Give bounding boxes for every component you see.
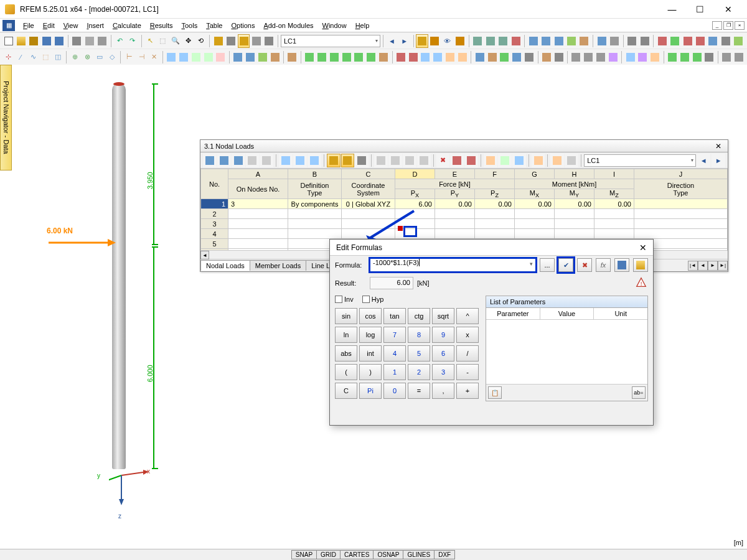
tool-button[interactable]: ▭: [94, 50, 106, 64]
warning-icon[interactable]: !: [636, 277, 647, 288]
panel-loadcase-combo[interactable]: LC1: [584, 154, 696, 167]
cell[interactable]: [475, 229, 515, 239]
params-col-parameter[interactable]: Parameter: [486, 308, 540, 319]
tool-button[interactable]: [703, 50, 715, 64]
panel-tool-button[interactable]: [374, 154, 388, 167]
tool-button[interactable]: ⬚: [40, 50, 52, 64]
cell[interactable]: 0.00: [515, 199, 555, 209]
panel-tool-button[interactable]: [293, 154, 307, 167]
cell[interactable]: 0.00: [555, 199, 594, 209]
status-dxf-button[interactable]: DXF: [434, 550, 455, 559]
tool-button[interactable]: [510, 34, 522, 48]
cell[interactable]: [342, 219, 395, 229]
open-file-button[interactable]: [15, 34, 27, 48]
calc-op-button[interactable]: +: [456, 383, 479, 399]
row-header[interactable]: 1: [201, 199, 228, 209]
scroll-last-button[interactable]: ►|: [718, 261, 728, 271]
view-grid-button[interactable]: [225, 34, 237, 48]
calc-cos-button[interactable]: cos: [359, 308, 382, 324]
cell[interactable]: [435, 229, 475, 239]
tool-button[interactable]: [596, 34, 608, 48]
panel-tool-button[interactable]: [279, 154, 293, 167]
panel-tool-button[interactable]: [232, 154, 245, 167]
print-button[interactable]: [71, 34, 83, 48]
col-mz[interactable]: MZ: [594, 189, 634, 199]
tool-button[interactable]: ⊕: [69, 50, 81, 64]
calc-2-button[interactable]: 2: [408, 364, 430, 380]
col-letter[interactable]: B: [288, 169, 342, 179]
new-file-button[interactable]: [2, 34, 14, 48]
params-icon-button[interactable]: 📋: [488, 386, 502, 399]
loadcase-combo[interactable]: LC1: [281, 35, 380, 47]
tool-button[interactable]: [721, 50, 733, 64]
menu-add-on-modules[interactable]: Add-on Modules: [259, 21, 317, 30]
row-header[interactable]: 3: [201, 219, 228, 229]
tool-button[interactable]: [639, 34, 651, 48]
menu-tools[interactable]: Tools: [177, 21, 202, 30]
formula-input[interactable]: -1000*$1.1(F3): [370, 258, 536, 272]
menu-results[interactable]: Results: [146, 21, 177, 30]
calc-sqrt-button[interactable]: sqrt: [432, 308, 454, 324]
col-letter[interactable]: F: [475, 169, 515, 179]
tool-button[interactable]: [607, 50, 619, 64]
pan-button[interactable]: ✥: [182, 34, 194, 48]
tool-button[interactable]: [553, 34, 565, 48]
tool-button[interactable]: [304, 50, 316, 64]
redo-button[interactable]: ↷: [126, 34, 138, 48]
cell[interactable]: [555, 229, 594, 239]
cell[interactable]: [634, 199, 728, 209]
col-on-nodes[interactable]: On Nodes No.: [228, 179, 288, 199]
menu-insert[interactable]: Insert: [82, 21, 108, 30]
cell[interactable]: By components: [288, 199, 342, 209]
report-button[interactable]: [96, 34, 108, 48]
col-dir-type[interactable]: DirectionType: [634, 179, 728, 199]
tool-button[interactable]: [432, 50, 444, 64]
calc-8-button[interactable]: 8: [408, 327, 430, 343]
save-button[interactable]: [40, 34, 52, 48]
inv-checkbox[interactable]: Inv: [335, 296, 354, 303]
panel-tool-button[interactable]: ✖: [436, 154, 450, 167]
tool-button[interactable]: ⊗: [82, 50, 93, 64]
calc-4-button[interactable]: 4: [383, 345, 406, 362]
tool-button[interactable]: [286, 50, 298, 64]
params-edit-button[interactable]: ab=: [632, 386, 646, 399]
cell[interactable]: [594, 229, 634, 239]
col-letter[interactable]: A: [228, 169, 288, 179]
tool-button[interactable]: [694, 34, 706, 48]
col-letter[interactable]: C: [342, 169, 395, 179]
tool-button[interactable]: [707, 34, 719, 48]
calc-abs-button[interactable]: abs: [335, 345, 357, 362]
nav-next-button[interactable]: ►: [398, 34, 410, 48]
panel-nav-prev-button[interactable]: ◄: [697, 154, 710, 167]
menu-calculate[interactable]: Calculate: [108, 21, 146, 30]
cell[interactable]: [228, 229, 288, 239]
tool-button[interactable]: [497, 34, 509, 48]
tool-button[interactable]: [457, 50, 469, 64]
tool-button[interactable]: [583, 50, 594, 64]
row-header[interactable]: 2: [201, 209, 228, 219]
scroll-first-button[interactable]: |◄: [688, 261, 698, 271]
tool-button[interactable]: [245, 50, 256, 64]
cell[interactable]: [342, 229, 395, 239]
tool-button[interactable]: [474, 50, 486, 64]
cell[interactable]: [288, 209, 342, 219]
cell[interactable]: [435, 219, 475, 229]
cell[interactable]: [342, 209, 395, 219]
calc-ln-button[interactable]: ln: [335, 327, 357, 343]
col-letter[interactable]: I: [594, 169, 634, 179]
calc-op-button[interactable]: ,: [432, 383, 454, 399]
calc-log-button[interactable]: log: [359, 327, 382, 343]
tool-button[interactable]: [472, 34, 484, 48]
cell[interactable]: [515, 209, 555, 219]
cell[interactable]: [634, 209, 728, 219]
col-mx[interactable]: MX: [515, 189, 555, 199]
tool-button[interactable]: ✕: [148, 50, 160, 64]
cell[interactable]: [395, 209, 435, 219]
col-letter[interactable]: D: [395, 169, 435, 179]
menu-help[interactable]: Help: [351, 21, 374, 30]
app-menu-button[interactable]: ▦: [2, 20, 15, 31]
fx-button[interactable]: fx: [596, 258, 611, 272]
panel-tool-button[interactable]: [308, 154, 321, 167]
hscroll-left-button[interactable]: ◄: [200, 251, 209, 259]
tool-button[interactable]: [679, 50, 690, 64]
